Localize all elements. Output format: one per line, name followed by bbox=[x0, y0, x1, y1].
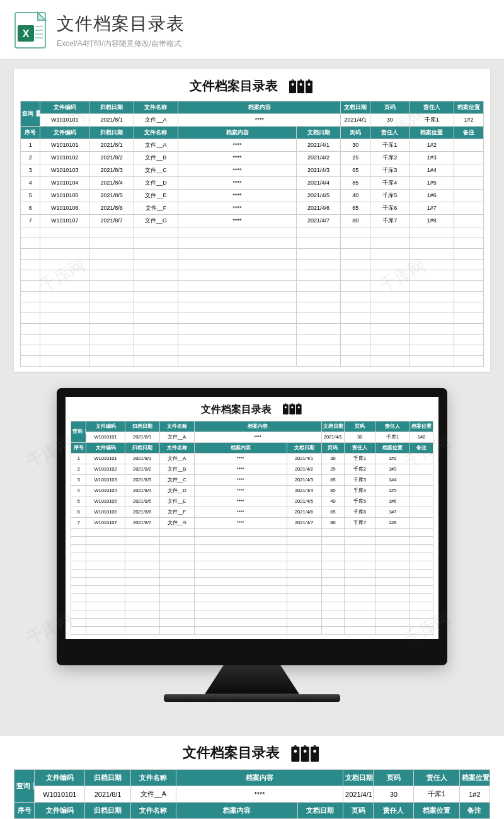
cell[interactable]: 2 bbox=[21, 151, 40, 164]
cell[interactable]: 6 bbox=[71, 507, 86, 517]
cell[interactable]: 千库7 bbox=[345, 517, 375, 528]
cell[interactable]: 4 bbox=[71, 485, 86, 496]
cell[interactable]: **** bbox=[178, 151, 297, 164]
cell[interactable]: **** bbox=[178, 176, 297, 189]
search-val[interactable]: 30 bbox=[374, 786, 414, 803]
cell[interactable]: 85 bbox=[321, 485, 345, 496]
cell[interactable]: 2021/4/7 bbox=[296, 214, 340, 227]
search-val[interactable]: 2021/8/1 bbox=[85, 786, 130, 803]
search-val[interactable]: 30 bbox=[370, 113, 410, 126]
cell[interactable] bbox=[410, 507, 433, 517]
cell[interactable]: 1#3 bbox=[410, 151, 454, 164]
cell[interactable]: 2021/4/4 bbox=[287, 485, 321, 496]
cell[interactable] bbox=[454, 214, 484, 227]
search-val[interactable]: W1010101 bbox=[40, 113, 89, 126]
cell[interactable]: 3 bbox=[71, 474, 86, 485]
search-val[interactable]: 文件__A bbox=[134, 113, 178, 126]
cell[interactable]: 40 bbox=[321, 496, 345, 507]
search-val[interactable]: W1010101 bbox=[35, 786, 85, 803]
cell[interactable]: 25 bbox=[321, 464, 345, 474]
cell[interactable]: 2021/4/3 bbox=[287, 474, 321, 485]
cell[interactable]: 6 bbox=[21, 202, 40, 214]
cell[interactable]: 千库2 bbox=[345, 464, 375, 474]
cell[interactable]: 65 bbox=[321, 507, 345, 517]
search-val[interactable]: 30 bbox=[345, 432, 375, 442]
cell[interactable]: 文件__B bbox=[159, 464, 194, 474]
search-val[interactable]: **** bbox=[178, 113, 341, 126]
cell[interactable]: 千库5 bbox=[345, 496, 375, 507]
cell[interactable]: 2021/8/5 bbox=[125, 496, 159, 507]
cell[interactable]: 2021/8/4 bbox=[89, 176, 134, 189]
cell[interactable]: 1#7 bbox=[375, 507, 410, 517]
cell[interactable]: 文件__D bbox=[159, 485, 194, 496]
cell[interactable]: 千库3 bbox=[370, 164, 410, 176]
cell[interactable]: 文件__A bbox=[159, 453, 194, 464]
cell[interactable]: 千库5 bbox=[370, 189, 410, 202]
cell[interactable]: 2021/8/4 bbox=[125, 485, 159, 496]
cell[interactable]: 2021/4/2 bbox=[287, 464, 321, 474]
cell[interactable]: W1010102 bbox=[86, 464, 125, 474]
cell[interactable]: 1#8 bbox=[410, 214, 454, 227]
cell[interactable]: 5 bbox=[71, 496, 86, 507]
cell[interactable]: W1010106 bbox=[86, 507, 125, 517]
cell[interactable] bbox=[410, 485, 433, 496]
search-val[interactable]: 千库1 bbox=[410, 113, 454, 126]
cell[interactable]: 1#6 bbox=[410, 189, 454, 202]
cell[interactable]: 文件__F bbox=[159, 507, 194, 517]
cell[interactable]: 4 bbox=[21, 176, 40, 189]
cell[interactable]: 文件__A bbox=[134, 139, 178, 151]
cell[interactable]: 2021/8/2 bbox=[125, 464, 159, 474]
cell[interactable]: 1#6 bbox=[375, 496, 410, 507]
cell[interactable]: 2021/4/5 bbox=[287, 496, 321, 507]
cell[interactable]: 千库6 bbox=[370, 202, 410, 214]
cell[interactable]: 千库3 bbox=[345, 474, 375, 485]
cell[interactable]: 65 bbox=[341, 202, 370, 214]
cell[interactable]: **** bbox=[194, 464, 287, 474]
cell[interactable]: **** bbox=[178, 189, 297, 202]
cell[interactable] bbox=[454, 176, 484, 189]
cell[interactable]: 2021/8/5 bbox=[89, 189, 134, 202]
search-val[interactable]: 文件__A bbox=[130, 786, 176, 803]
cell[interactable]: 千库4 bbox=[345, 485, 375, 496]
cell[interactable]: 65 bbox=[341, 164, 370, 176]
cell[interactable]: W1010104 bbox=[86, 485, 125, 496]
cell[interactable]: 1#3 bbox=[375, 464, 410, 474]
cell[interactable]: 85 bbox=[341, 176, 370, 189]
cell[interactable]: W1010104 bbox=[40, 176, 89, 189]
cell[interactable]: 30 bbox=[341, 139, 370, 151]
cell[interactable]: **** bbox=[194, 474, 287, 485]
cell[interactable]: 1#4 bbox=[410, 164, 454, 176]
cell[interactable]: 1#8 bbox=[375, 517, 410, 528]
cell[interactable]: 1#2 bbox=[375, 453, 410, 464]
cell[interactable]: 3 bbox=[21, 164, 40, 176]
cell[interactable]: **** bbox=[194, 507, 287, 517]
cell[interactable]: 1#4 bbox=[375, 474, 410, 485]
cell[interactable] bbox=[410, 496, 433, 507]
cell[interactable]: 65 bbox=[321, 474, 345, 485]
cell[interactable]: 2021/8/6 bbox=[89, 202, 134, 214]
cell[interactable]: 2021/8/7 bbox=[89, 214, 134, 227]
search-val[interactable]: 千库1 bbox=[414, 786, 459, 803]
search-val[interactable]: 千库1 bbox=[375, 432, 410, 442]
cell[interactable]: 千库4 bbox=[370, 176, 410, 189]
cell[interactable]: 文件__C bbox=[134, 164, 178, 176]
cell[interactable]: **** bbox=[178, 139, 297, 151]
cell[interactable]: W1010105 bbox=[40, 189, 89, 202]
search-val[interactable]: 2021/4/1 bbox=[341, 113, 370, 126]
cell[interactable]: 1#5 bbox=[375, 485, 410, 496]
cell[interactable]: 千库2 bbox=[370, 151, 410, 164]
cell[interactable]: 文件__G bbox=[159, 517, 194, 528]
cell[interactable]: **** bbox=[194, 496, 287, 507]
cell[interactable]: 7 bbox=[21, 214, 40, 227]
cell[interactable] bbox=[454, 164, 484, 176]
cell[interactable]: W1010101 bbox=[86, 453, 125, 464]
cell[interactable]: 2021/4/7 bbox=[287, 517, 321, 528]
cell[interactable]: 文件__F bbox=[134, 202, 178, 214]
cell[interactable]: 1#2 bbox=[410, 139, 454, 151]
search-val[interactable]: **** bbox=[176, 786, 343, 803]
cell[interactable]: 5 bbox=[21, 189, 40, 202]
cell[interactable] bbox=[454, 202, 484, 214]
search-val[interactable]: 2021/8/1 bbox=[89, 113, 134, 126]
search-val[interactable]: 2021/4/1 bbox=[321, 432, 345, 442]
cell[interactable]: W1010105 bbox=[86, 496, 125, 507]
